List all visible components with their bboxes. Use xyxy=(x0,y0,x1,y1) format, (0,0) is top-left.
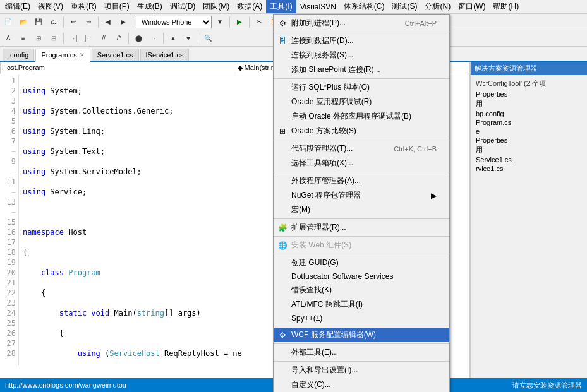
ln-7: 7 xyxy=(3,136,16,146)
menu-arch[interactable]: 体系结构(C) xyxy=(340,0,389,13)
menu-create-guid[interactable]: 创建 GUID(G) xyxy=(274,256,449,270)
menu-team[interactable]: 团队(M) xyxy=(199,0,233,13)
menu-run-sqlplus[interactable]: 运行 SQL*Plus 脚本(O) xyxy=(274,80,449,95)
menu-view[interactable]: 视图(V) xyxy=(34,0,67,13)
menu-external-tools-addin[interactable]: 外接程序管理器(A)... xyxy=(274,174,449,188)
rp-ref[interactable]: 用 xyxy=(473,98,584,109)
sep-m7 xyxy=(274,254,449,254)
menu-customize[interactable]: 自定义(C)... xyxy=(274,377,449,392)
menu-toolbox-items[interactable]: 选择工具箱项(X)... xyxy=(274,156,449,170)
run-sqlplus-label: 运行 SQL*Plus 脚本(O) xyxy=(291,82,370,93)
solution-explorer-content: WcfConfigTool' (2 个项 Properties 用 bp.con… xyxy=(471,75,587,175)
add-sharepoint-label: 添加 SharePoint 连接(R)... xyxy=(291,64,380,75)
menu-error-find[interactable]: 错误查找(K) xyxy=(274,283,449,297)
menu-oracle-compare[interactable]: ⊞ Oracle 方案比较(S) xyxy=(274,124,449,138)
menu-debug[interactable]: 调试(D) xyxy=(166,0,200,13)
rp-ref2[interactable]: 用 xyxy=(473,145,584,155)
menu-import-export[interactable]: 导入和导出设置(I)... xyxy=(274,363,449,377)
rp-e[interactable]: e xyxy=(473,127,584,136)
oracle-ext-icon xyxy=(276,112,289,122)
tb2-4[interactable]: ⊟ xyxy=(47,32,61,45)
oracle-compare-label: Oracle 方案比较(S) xyxy=(291,126,356,136)
tb2-3[interactable]: ⊞ xyxy=(32,32,45,45)
tb-forward[interactable]: ▶ xyxy=(116,15,130,29)
tb-save-all[interactable]: 🗂 xyxy=(47,15,61,29)
menu-external-tools[interactable]: 外部工具(E)... xyxy=(274,345,449,360)
menu-wcf-editor[interactable]: ⚙ WCF 服务配置编辑器(W) xyxy=(274,328,449,342)
tb2-comment[interactable]: // xyxy=(97,32,111,45)
ln-25: 25 xyxy=(3,318,16,328)
menu-connect-db[interactable]: 🗄 连接到数据库(D)... xyxy=(274,33,449,48)
menu-visualsvn[interactable]: VisualSVN xyxy=(296,1,340,13)
tb2-down[interactable]: ▼ xyxy=(181,32,195,45)
menu-oracle-external[interactable]: 启动 Oracle 外部应用程序调试器(B) xyxy=(274,109,449,124)
customize-icon xyxy=(276,380,289,390)
tb-dropdown-arrow[interactable]: ▼ xyxy=(213,15,227,29)
tb2-step[interactable]: → xyxy=(147,32,160,45)
rp-rvice1cs[interactable]: rvice1.cs xyxy=(473,164,584,173)
spy-label: Spy++(±) xyxy=(291,314,322,323)
menu-connect-server[interactable]: 连接到服务器(S)... xyxy=(274,48,449,62)
menu-project[interactable]: 项目(P) xyxy=(100,0,133,13)
error-find-label: 错误查找(K) xyxy=(291,285,332,295)
ext-manager-label: 扩展管理器(R)... xyxy=(291,222,346,233)
menu-install-web[interactable]: 🌐 安装 Web 组件(S) xyxy=(274,238,449,252)
tab-appconfig[interactable]: .config xyxy=(3,49,34,61)
menu-spy[interactable]: Spy++(±) xyxy=(274,312,449,324)
macro-label: 宏(M) xyxy=(291,205,310,215)
menu-dotfuscator[interactable]: Dotfuscator Software Services xyxy=(274,270,449,283)
menu-window[interactable]: 窗口(W) xyxy=(454,0,489,13)
menu-code-snippet[interactable]: 代码段管理器(T)... Ctrl+K, Ctrl+B xyxy=(274,141,449,156)
menu-test[interactable]: 测试(S) xyxy=(388,0,421,13)
menu-atlmfc[interactable]: ATL/MFC 跨跳工具(I) xyxy=(274,297,449,312)
editor-nav-class[interactable]: Host.Program xyxy=(0,62,234,74)
tab-programcs[interactable]: Program.cs ✕ xyxy=(35,49,90,62)
tab-service1cs[interactable]: Service1.cs xyxy=(92,49,139,61)
menu-oracle-debug[interactable]: Oracle 应用程序调试(R) xyxy=(274,95,449,109)
menu-ext-manager[interactable]: 🧩 扩展管理器(R)... xyxy=(274,220,449,235)
sep-2 xyxy=(98,16,99,28)
tb-new[interactable]: 📄 xyxy=(1,15,15,29)
tb-cut[interactable]: ✂ xyxy=(252,15,266,29)
tb-save[interactable]: 💾 xyxy=(32,15,45,29)
tab-iservice1cs[interactable]: IService1.cs xyxy=(140,49,190,61)
tb-back[interactable]: ◀ xyxy=(101,15,115,29)
tb-open[interactable]: 📂 xyxy=(16,15,30,29)
tb2-indent[interactable]: →| xyxy=(66,32,80,45)
menu-edit[interactable]: 编辑(E) xyxy=(1,0,34,13)
rp-service1cs[interactable]: Service1.cs xyxy=(473,155,584,164)
ln-15: 15 xyxy=(3,217,16,227)
menu-refactor[interactable]: 重构(R) xyxy=(67,0,100,13)
menu-nuget[interactable]: NuGet 程序包管理器 ▶ xyxy=(274,188,449,203)
menu-attach-process[interactable]: ⚙ 附加到进程(P)... Ctrl+Alt+P xyxy=(274,16,449,30)
menu-tools[interactable]: 工具(I) xyxy=(266,0,296,13)
web-icon: 🌐 xyxy=(276,241,289,251)
tb2-uncomment[interactable]: /* xyxy=(112,32,126,45)
tb2-bp[interactable]: ⬤ xyxy=(131,32,145,45)
menu-help[interactable]: 帮助(H) xyxy=(489,0,523,13)
tb2-outdent[interactable]: |← xyxy=(82,32,95,45)
windows-phone-dropdown[interactable]: Windows Phone xyxy=(136,16,212,28)
rp-programcs[interactable]: Program.cs xyxy=(473,118,584,127)
menu-analyze[interactable]: 分析(N) xyxy=(421,0,454,13)
sep-8 xyxy=(128,33,129,44)
tb-redo[interactable]: ↪ xyxy=(82,15,95,29)
tb2-1[interactable]: A xyxy=(1,32,15,45)
tb-start[interactable]: ▶ xyxy=(233,15,246,29)
menu-add-sharepoint[interactable]: 添加 SharePoint 连接(R)... xyxy=(274,62,449,77)
wcf-editor-label: WCF 服务配置编辑器(W) xyxy=(291,330,376,340)
tb2-2[interactable]: ≡ xyxy=(16,32,30,45)
tb2-search[interactable]: 🔍 xyxy=(201,32,215,45)
ln-3: 3 xyxy=(3,96,16,106)
ext-manager-icon: 🧩 xyxy=(276,223,289,233)
menu-data[interactable]: 数据(A) xyxy=(233,0,266,13)
menu-build[interactable]: 生成(B) xyxy=(133,0,166,13)
tab-programcs-close[interactable]: ✕ xyxy=(80,52,85,58)
menu-macro[interactable]: 宏(M) xyxy=(274,203,449,217)
tb2-up[interactable]: ▲ xyxy=(166,32,180,45)
customize-label: 自定义(C)... xyxy=(291,379,331,390)
rp-config[interactable]: bp.config xyxy=(473,109,584,118)
rp-properties[interactable]: Properties xyxy=(473,90,584,98)
rp-properties2[interactable]: Properties xyxy=(473,136,584,145)
tb-undo[interactable]: ↩ xyxy=(66,15,80,29)
